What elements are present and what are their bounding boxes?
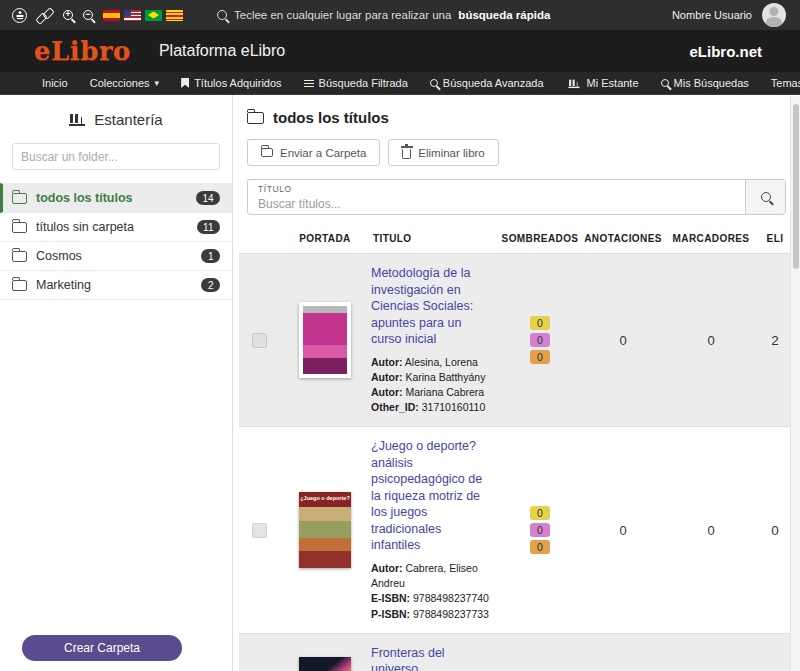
eliminado-count: 0: [755, 523, 795, 538]
book-cover[interactable]: [299, 657, 351, 671]
row-checkbox[interactable]: [252, 523, 267, 538]
search-icon: [217, 10, 227, 20]
quick-search-hint-bold: búsqueda rápida: [458, 9, 550, 21]
folder-count-badge: 1: [201, 249, 220, 263]
user-name[interactable]: Nombre Usuario: [672, 9, 752, 21]
meta-value: Mariana Cabrera: [405, 386, 484, 398]
col-portada: PORTADA: [279, 233, 371, 244]
folder-label: Marketing: [36, 278, 91, 292]
sidebar-folder-cosmos[interactable]: Cosmos 1: [0, 242, 232, 271]
book-meta: Autor: Karina Batthyány: [371, 370, 493, 385]
send-to-folder-button[interactable]: Enviar a Carpeta: [247, 139, 380, 166]
site-name[interactable]: eLibro.net: [689, 43, 762, 60]
book-title-link[interactable]: ¿Juego o deporte? análisis psicopedagógi…: [371, 438, 493, 554]
nav-busqueda-avanzada-label: Búsqueda Avanzada: [443, 77, 544, 89]
badge-pink: 0: [530, 523, 550, 537]
nav-mi-estante[interactable]: Mi Estante: [566, 77, 639, 90]
folder-icon: [12, 251, 27, 262]
bulk-actions: Enviar a Carpeta Eliminar libro: [247, 139, 800, 166]
bookshelf-icon: [568, 78, 579, 87]
sombreados-badges: 0 0 0: [501, 506, 579, 554]
nav-colecciones-label: Colecciones: [90, 77, 150, 89]
avatar[interactable]: [762, 3, 786, 27]
book-meta: P-ISBN: 9788498237733: [371, 607, 493, 622]
book-title-link[interactable]: Metodología de la investigación en Cienc…: [371, 265, 493, 348]
folder-label: Cosmos: [36, 249, 82, 263]
meta-label: Autor:: [371, 562, 403, 574]
book-meta: Other_ID: 31710160110: [371, 400, 493, 415]
zoom-in-icon[interactable]: [63, 10, 73, 20]
flag-brazil-icon[interactable]: [145, 10, 162, 21]
meta-label: E-ISBN:: [371, 592, 410, 604]
meta-label: Autor:: [371, 386, 403, 398]
flag-usa-icon[interactable]: [124, 10, 141, 21]
sidebar-folder-titulos-sin-carpeta[interactable]: títulos sin carpeta 11: [0, 213, 232, 242]
flag-catalonia-icon[interactable]: [166, 10, 183, 21]
accessibility-toolbar: [12, 8, 93, 23]
book-cover[interactable]: [299, 302, 351, 378]
accessibility-icon[interactable]: [12, 8, 27, 23]
page-scrollbar[interactable]: [790, 96, 800, 671]
folder-list: todos los títulos 14 títulos sin carpeta…: [0, 183, 232, 300]
scrollbar-thumb[interactable]: [793, 104, 799, 269]
nav-mis-busquedas-label: Mis Búsquedas: [674, 77, 749, 89]
marcadores-count: 0: [667, 523, 755, 538]
app-header: eLibro Plataforma eLibro eLibro.net: [0, 30, 800, 72]
table-header: PORTADA TITULO SOMBREADOS ANOTACIONES MA…: [239, 228, 800, 253]
title-search-button[interactable]: [745, 180, 785, 214]
sidebar-folder-todos-los-titulos[interactable]: todos los títulos 14: [0, 183, 232, 213]
chevron-down-icon: ▾: [155, 79, 160, 88]
meta-label: Other_ID:: [371, 401, 419, 413]
link-icon[interactable]: [37, 8, 53, 22]
bookshelf-icon: [69, 113, 85, 126]
folder-send-icon: [261, 148, 273, 157]
nav-mi-estante-label: Mi Estante: [587, 77, 639, 89]
sidebar: Estantería todos los títulos 14 títulos …: [0, 95, 233, 671]
elibro-logo[interactable]: eLibro: [34, 36, 131, 66]
nav-mis-busquedas[interactable]: Mis Búsquedas: [661, 77, 749, 89]
nav-busqueda-avanzada[interactable]: Búsqueda Avanzada: [430, 77, 544, 89]
sombreados-badges: 0 0 0: [501, 316, 579, 364]
meta-value: 31710160110: [422, 401, 485, 413]
folder-count-badge: 14: [196, 191, 220, 205]
delete-book-button[interactable]: Eliminar libro: [388, 139, 498, 166]
page-title: todos los títulos: [247, 109, 800, 126]
nav-inicio-label: Inicio: [42, 77, 68, 89]
nav-colecciones[interactable]: Colecciones▾: [90, 77, 159, 89]
top-utility-bar: Teclee en cualquier lugar para realizar …: [0, 0, 800, 30]
marcadores-count: 0: [667, 333, 755, 348]
shelf-title: Estantería: [0, 111, 232, 128]
create-folder-button[interactable]: Crear Carpeta: [22, 635, 182, 661]
book-meta: Autor: Mariana Cabrera: [371, 385, 493, 400]
nav-titulos-adquiridos[interactable]: Títulos Adquiridos: [181, 77, 281, 89]
nav-busqueda-filtrada[interactable]: Búsqueda Filtrada: [304, 77, 408, 89]
flag-spain-icon[interactable]: [103, 10, 120, 21]
table-row: ¿Juego o deporte? ¿Juego o deporte? anál…: [239, 426, 800, 632]
nav-inicio[interactable]: Inicio: [42, 77, 68, 89]
folder-icon: [12, 222, 27, 233]
col-titulo: TITULO: [371, 233, 501, 244]
folder-count-badge: 2: [201, 278, 220, 292]
zoom-out-icon[interactable]: [83, 10, 93, 20]
badge-pink: 0: [530, 333, 550, 347]
table-row: Fronteras del universo Autor: Manuel Pei…: [239, 633, 800, 671]
row-checkbox[interactable]: [252, 333, 267, 348]
sidebar-folder-marketing[interactable]: Marketing 2: [0, 271, 232, 300]
badge-orange: 0: [530, 350, 550, 364]
book-title-link[interactable]: Fronteras del universo: [371, 645, 493, 671]
page-title-label: todos los títulos: [273, 109, 389, 126]
col-eliminado: ELI: [755, 233, 795, 244]
book-cover[interactable]: ¿Juego o deporte?: [299, 492, 351, 568]
nav-temas[interactable]: Temas: [771, 77, 800, 89]
folder-search-input[interactable]: [12, 143, 220, 170]
book-meta: Autor: Cabrera, Eliseo Andreu: [371, 561, 493, 591]
search-icon: [430, 79, 438, 87]
nav-busqueda-filtrada-label: Búsqueda Filtrada: [319, 77, 408, 89]
eliminado-count: 2: [755, 333, 795, 348]
trash-icon: [402, 149, 411, 159]
meta-value: 9788498237733: [413, 608, 489, 620]
meta-value: 9788498237740: [413, 592, 489, 604]
title-search-input[interactable]: [258, 196, 735, 211]
quick-search-bar[interactable]: Teclee en cualquier lugar para realizar …: [217, 9, 672, 21]
search-icon: [761, 192, 771, 202]
